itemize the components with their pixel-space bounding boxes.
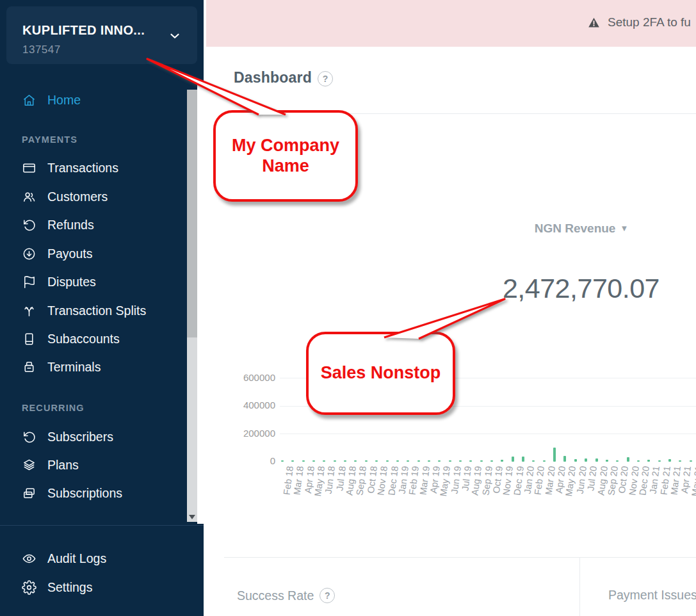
bar [616,460,619,462]
caret-down-icon: ▼ [620,223,628,233]
bar [365,460,368,462]
sidebar-item-label: Terminals [47,360,101,375]
bar [291,460,294,462]
bar [459,460,462,462]
annotation-text: My Company Name [216,136,355,177]
help-icon[interactable]: ? [318,71,333,86]
annotation-sales-nonstop: Sales Nonstop [306,332,455,415]
bar [480,460,483,462]
bar [595,458,598,462]
success-rate-label: Success Rate [237,588,314,603]
stacked-cards-icon [22,486,36,501]
bar [512,457,514,462]
section-divider [224,557,696,558]
sidebar-item-plans[interactable]: Plans [22,455,79,475]
sidebar-item-label: Subaccounts [47,332,120,346]
page-title: Dashboard [234,69,312,86]
2fa-warning-banner: Setup 2FA to fu [206,0,696,47]
bar [658,460,661,462]
bar [647,460,650,462]
sidebar-item-label: Home [47,93,81,108]
sidebar-item-subscribers[interactable]: Subscribers [22,426,113,447]
bar [281,460,284,462]
sidebar-item-audit-logs[interactable]: Audit Logs [22,548,106,569]
bar [344,460,346,462]
bar [302,460,305,462]
people-icon [22,190,36,204]
scrollbar-down-button[interactable] [187,511,197,522]
bar [668,459,671,462]
home-icon [22,93,36,108]
banner-text[interactable]: Setup 2FA to fu [608,15,691,29]
bar [312,460,315,462]
annotation-text: Sales Nonstop [321,363,441,384]
bar [354,460,357,462]
bar [490,460,493,462]
bar [563,456,566,462]
bar [375,460,378,462]
main-content: Setup 2FA to fu Dashboard ? NGN Revenue▼… [204,0,696,616]
bar [469,460,472,462]
sidebar-item-refunds[interactable]: Refunds [22,215,94,235]
bar [637,460,640,462]
eye-icon [22,551,36,566]
bar [407,460,409,462]
sidebar-item-transactions[interactable]: Transactions [22,158,118,178]
triangle-down-icon [189,515,195,523]
bar [679,460,681,462]
sidebar-item-disputes[interactable]: Disputes [22,272,96,292]
success-rate-title: Success Rate ? [237,588,335,603]
chevron-down-icon [168,29,182,43]
sidebar-scrollbar[interactable] [187,90,197,522]
gear-icon [22,580,36,595]
gridline [280,434,696,434]
y-axis-label: 200000 [215,428,275,439]
bar [501,460,503,462]
sidebar-item-label: Refunds [47,218,94,232]
sidebar-item-label: Settings [47,580,92,595]
sidebar-item-label: Transaction Splits [47,304,146,318]
help-icon[interactable]: ? [320,588,335,603]
sidebar: KUPLIFTED INNO... 137547 Home PAYMENTS T… [0,0,204,616]
sidebar-item-transaction-splits[interactable]: Transaction Splits [22,300,146,321]
sidebar-divider [0,525,204,526]
account-switcher[interactable]: KUPLIFTED INNO... 137547 [6,6,197,64]
bar [553,448,556,462]
bar [386,460,389,462]
bar [449,460,451,462]
sidebar-item-settings[interactable]: Settings [22,577,92,597]
sidebar-item-label: Customers [47,190,108,204]
y-axis-label: 600000 [215,372,275,383]
annotation-company-name: My Company Name [213,110,358,202]
sidebar-item-terminals[interactable]: Terminals [22,357,101,377]
sidebar-item-label: Subscriptions [47,486,122,501]
bar [428,460,430,462]
arrow-down-circle-icon [22,247,36,261]
bar [396,460,399,462]
scrollbar-thumb[interactable] [187,90,197,337]
rotate-ccw-icon [22,218,36,232]
sidebar-gutter [197,82,204,524]
sidebar-item-home[interactable]: Home [22,90,81,110]
layers-icon [22,458,36,473]
revenue-amount: 2,472,770.07 [473,273,660,304]
card-icon [22,161,36,175]
bar [690,460,692,462]
terminal-device-icon [22,360,36,375]
y-axis-label: 400000 [215,400,275,410]
payment-issues-label: Payment Issues [608,588,696,603]
flag-icon [22,275,36,289]
sidebar-item-label: Payouts [47,247,92,261]
sidebar-item-subaccounts[interactable]: Subaccounts [22,328,120,349]
currency-revenue-dropdown[interactable]: NGN Revenue▼ [511,222,652,236]
bar [606,460,608,462]
rotate-ccw-icon [22,430,36,444]
nav-section-recurring: RECURRING [22,403,85,413]
sidebar-item-payouts[interactable]: Payouts [22,243,92,264]
notebook-icon [22,332,36,346]
sidebar-item-customers[interactable]: Customers [22,186,108,207]
bar [323,460,325,462]
sidebar-item-label: Plans [47,458,79,473]
bar [532,460,535,462]
sidebar-item-subscriptions[interactable]: Subscriptions [22,483,122,503]
